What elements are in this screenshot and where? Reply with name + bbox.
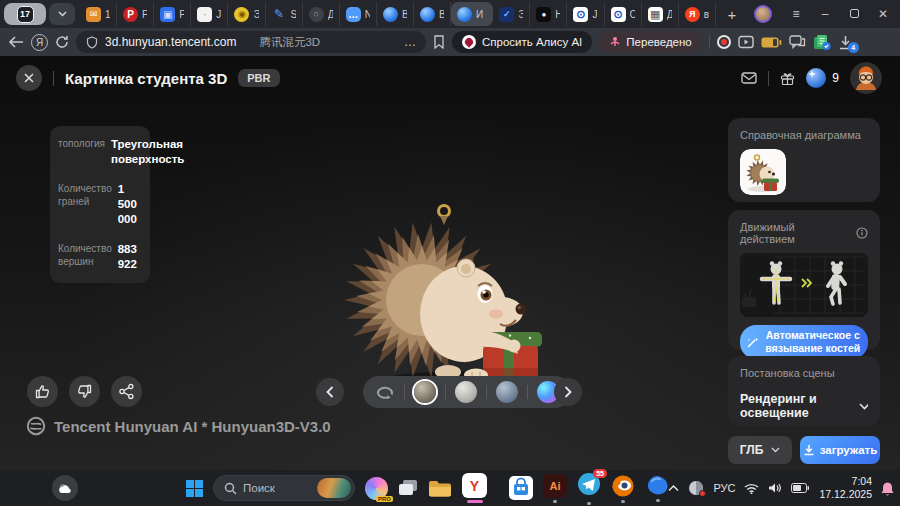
new-tab-button[interactable]: +	[721, 6, 743, 23]
tab-list-dropdown[interactable]	[49, 3, 75, 25]
browser-tab[interactable]: B	[377, 2, 414, 26]
browser-tab[interactable]: ✉ 1	[80, 2, 117, 26]
reference-thumbnail[interactable]	[740, 149, 786, 195]
user-avatar[interactable]	[850, 62, 882, 94]
browser-tab[interactable]: ● Н	[530, 2, 567, 26]
browser-tab[interactable]: ⊙ J	[567, 2, 604, 26]
url-more-button[interactable]: …	[404, 35, 416, 49]
browser-tab[interactable]: · J	[191, 2, 228, 26]
task-view-button[interactable]	[398, 471, 418, 505]
material-option[interactable]	[518, 381, 559, 403]
wifi-button[interactable]	[744, 483, 759, 494]
stat-row: Количество граней 1 500 000	[58, 182, 142, 227]
downloads-button[interactable]: 4	[838, 35, 853, 50]
record-button[interactable]	[717, 35, 731, 49]
chevron-down-icon	[58, 11, 67, 17]
browser-tab[interactable]: Я в	[679, 2, 716, 26]
speaker-icon	[768, 482, 782, 494]
next-model-button[interactable]	[554, 378, 582, 406]
taskbar-search[interactable]: Поиск	[213, 475, 355, 501]
auto-rig-label: Автоматическое связывание костей	[764, 329, 862, 355]
bookmark-button[interactable]	[433, 35, 445, 49]
page-header: Картинка студента 3D PBR	[16, 65, 280, 91]
notifications-button[interactable]	[881, 481, 894, 496]
material-option[interactable]	[436, 381, 477, 403]
tab-counter[interactable]: 17	[4, 3, 46, 25]
mesh-stats-panel: топология Треугольная поверхность Количе…	[50, 126, 150, 283]
material-option[interactable]	[477, 381, 518, 403]
browser-tab[interactable]: ▦ Д	[642, 2, 679, 26]
battery-button[interactable]	[791, 483, 810, 493]
blue-paint-icon	[645, 475, 670, 497]
copilot-button[interactable]: PRO	[365, 471, 388, 505]
rewards-button[interactable]	[780, 71, 795, 86]
extension-notes-button[interactable]	[813, 34, 831, 50]
site-security-shield-icon	[86, 36, 98, 49]
window-maximize-button[interactable]	[841, 7, 867, 21]
url-field[interactable]: 3d.hunyuan.tencent.com 腾讯混元3D …	[76, 31, 426, 53]
battery-saver-button[interactable]	[761, 37, 782, 48]
paint-app-button[interactable]	[645, 471, 670, 505]
reload-button[interactable]	[55, 35, 69, 49]
rigging-card: Движимый действием	[728, 210, 880, 350]
browser-tab[interactable]: ✓ Э	[493, 2, 530, 26]
weather-widget[interactable]	[52, 475, 78, 501]
chevron-down-icon	[771, 447, 780, 453]
browser-tab[interactable]: И	[451, 2, 493, 26]
credits-coin-icon[interactable]	[806, 68, 826, 88]
info-icon[interactable]	[856, 227, 868, 239]
model-viewport[interactable]: Картинка студента 3D PBR 9 топология Тре…	[0, 56, 900, 470]
blender-button[interactable]	[611, 471, 635, 505]
illustrator-button[interactable]: Ai	[543, 471, 567, 505]
dislike-button[interactable]	[69, 376, 100, 407]
download-button[interactable]: загружать	[800, 436, 880, 464]
volume-button[interactable]	[768, 482, 782, 494]
tray-expand-button[interactable]	[668, 485, 679, 492]
browser-tab[interactable]: B	[414, 2, 451, 26]
tray-app-update-icon[interactable]	[688, 480, 704, 496]
browser-tab[interactable]: ▣ F	[154, 2, 191, 26]
file-explorer-button[interactable]	[428, 471, 452, 505]
prev-model-button[interactable]	[316, 378, 344, 406]
yandex-browser-button[interactable]: Y	[462, 471, 487, 505]
header-divider	[53, 71, 54, 86]
language-indicator[interactable]: РУС	[713, 482, 735, 494]
back-button[interactable]	[8, 36, 24, 48]
translate-icon	[609, 36, 621, 48]
material-option[interactable]	[414, 381, 436, 403]
hedgehog-3d-model[interactable]	[332, 202, 562, 382]
browser-tab[interactable]: … N	[340, 2, 377, 26]
site-profile-button[interactable]: Я	[31, 34, 48, 51]
translated-button[interactable]: Переведено	[599, 31, 701, 53]
material-sphere-icon	[414, 381, 436, 403]
browser-profile-avatar[interactable]	[754, 5, 772, 23]
store-icon	[509, 476, 533, 500]
telegram-button[interactable]: 55	[577, 471, 601, 505]
browser-tab[interactable]: ○ Д	[303, 2, 340, 26]
chats-button[interactable]	[789, 35, 806, 49]
ask-alice-button[interactable]: Спросить Алису AI	[452, 31, 592, 53]
messages-button[interactable]	[741, 72, 757, 84]
browser-menu-button[interactable]: ≡	[783, 7, 809, 21]
share-button[interactable]	[111, 376, 142, 407]
stat-label: топология	[58, 137, 105, 167]
browser-tab[interactable]: ⊙ C	[605, 2, 642, 26]
browser-tab[interactable]: ◉ Э	[228, 2, 265, 26]
video-popup-button[interactable]	[738, 35, 754, 49]
clock-date: 17.12.2025	[819, 488, 872, 500]
like-button[interactable]	[27, 376, 58, 407]
scene-mode-dropdown[interactable]: Рендеринг и освещение	[740, 392, 868, 420]
window-close-button[interactable]: ✕	[870, 7, 896, 21]
window-minimize-button[interactable]: –	[812, 7, 838, 21]
start-button[interactable]	[186, 471, 203, 505]
clock-widget[interactable]: 7:0417.12.2025	[819, 475, 872, 501]
export-format-dropdown[interactable]: ГЛБ	[728, 436, 792, 464]
credits-count: 9	[832, 71, 839, 85]
browser-tab[interactable]: P F	[117, 2, 154, 26]
microsoft-store-button[interactable]	[509, 471, 533, 505]
browser-tab[interactable]: ✎ S	[266, 2, 303, 26]
close-project-button[interactable]	[16, 65, 42, 91]
auto-rig-button[interactable]: Автоматическое связывание костей	[740, 325, 868, 359]
auto-rotate-button[interactable]	[375, 385, 395, 400]
battery-icon	[791, 483, 810, 493]
